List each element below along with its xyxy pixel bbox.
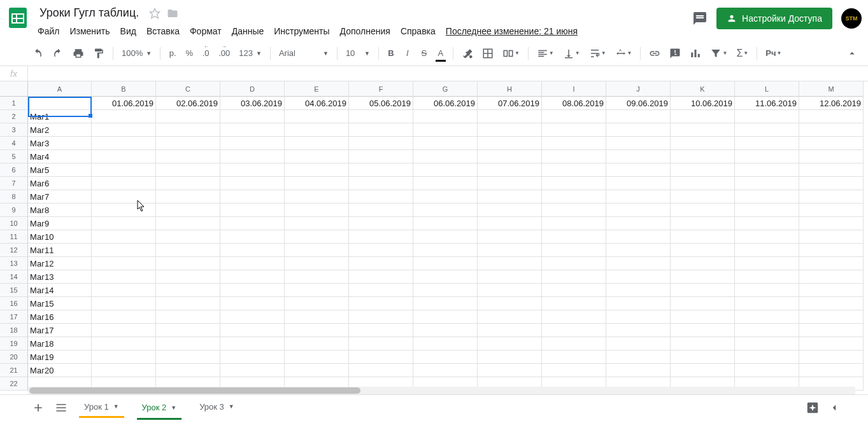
share-button[interactable]: Настройки Доступа <box>716 8 832 29</box>
cell[interactable] <box>671 270 735 284</box>
cell[interactable] <box>220 244 285 257</box>
print-icon[interactable] <box>69 45 88 62</box>
menu-tools[interactable]: Инструменты <box>269 24 334 39</box>
cell[interactable] <box>413 270 478 284</box>
cell[interactable] <box>735 297 799 310</box>
menu-insert[interactable]: Вставка <box>142 24 184 39</box>
cell[interactable] <box>156 350 220 364</box>
cell[interactable] <box>478 137 542 150</box>
cell[interactable] <box>92 137 156 150</box>
cell[interactable] <box>413 284 478 297</box>
cell[interactable] <box>349 310 413 324</box>
cell[interactable] <box>478 163 542 177</box>
column-header[interactable]: K <box>671 81 735 97</box>
cell[interactable] <box>285 190 349 204</box>
cell[interactable] <box>606 163 671 177</box>
cell[interactable] <box>735 324 799 337</box>
menu-file[interactable]: Файл <box>33 24 64 39</box>
cell[interactable] <box>799 110 864 123</box>
cell[interactable]: 10.06.2019 <box>671 97 735 110</box>
cell[interactable] <box>735 350 799 364</box>
cell[interactable] <box>349 190 413 204</box>
cell[interactable]: 06.06.2019 <box>413 97 478 110</box>
borders-button[interactable] <box>478 45 497 62</box>
cell[interactable]: Маг16 <box>28 310 92 324</box>
cell[interactable] <box>606 150 671 163</box>
cell[interactable] <box>542 244 606 257</box>
cell[interactable] <box>220 163 285 177</box>
column-header[interactable]: D <box>220 81 285 97</box>
cell[interactable] <box>542 310 606 324</box>
cell[interactable] <box>156 217 220 230</box>
row-header[interactable]: 14 <box>0 270 28 284</box>
cell[interactable] <box>156 270 220 284</box>
cell[interactable]: 09.06.2019 <box>606 97 671 110</box>
cell[interactable] <box>285 217 349 230</box>
cell[interactable] <box>735 177 799 190</box>
row-header[interactable]: 19 <box>0 337 28 350</box>
cell[interactable] <box>478 284 542 297</box>
row-header[interactable]: 13 <box>0 257 28 270</box>
cell[interactable] <box>799 364 864 377</box>
cell[interactable] <box>156 337 220 350</box>
cell[interactable] <box>413 110 478 123</box>
cell[interactable] <box>92 217 156 230</box>
cell[interactable] <box>156 230 220 244</box>
cell[interactable] <box>735 217 799 230</box>
cell[interactable] <box>542 150 606 163</box>
cell[interactable]: 08.06.2019 <box>542 97 606 110</box>
cell[interactable] <box>735 244 799 257</box>
cell[interactable] <box>671 190 735 204</box>
cell[interactable] <box>28 97 92 110</box>
cell[interactable] <box>735 310 799 324</box>
cell[interactable] <box>92 337 156 350</box>
cell[interactable] <box>478 297 542 310</box>
cell[interactable] <box>156 364 220 377</box>
cell[interactable] <box>671 230 735 244</box>
menu-data[interactable]: Данные <box>227 24 269 39</box>
row-header[interactable]: 12 <box>0 244 28 257</box>
cell[interactable] <box>606 324 671 337</box>
cell[interactable] <box>285 284 349 297</box>
cell[interactable] <box>285 150 349 163</box>
add-sheet-button[interactable] <box>28 398 48 418</box>
scrollbar-thumb[interactable] <box>29 387 360 394</box>
cell[interactable] <box>220 324 285 337</box>
menu-format[interactable]: Формат <box>185 24 226 39</box>
cell[interactable]: 01.06.2019 <box>92 97 156 110</box>
cell[interactable] <box>285 350 349 364</box>
cell[interactable] <box>606 350 671 364</box>
star-icon[interactable] <box>149 8 160 19</box>
cell[interactable] <box>285 177 349 190</box>
cell[interactable] <box>220 190 285 204</box>
cell[interactable] <box>285 364 349 377</box>
cell[interactable] <box>92 310 156 324</box>
cell[interactable]: 02.06.2019 <box>156 97 220 110</box>
column-header[interactable]: J <box>606 81 671 97</box>
account-avatar[interactable]: STM <box>841 8 862 29</box>
row-header[interactable]: 11 <box>0 230 28 244</box>
folder-icon[interactable] <box>167 8 178 19</box>
cell[interactable]: Маг14 <box>28 284 92 297</box>
zoom-select[interactable]: 100%▼ <box>118 46 155 60</box>
cell[interactable] <box>606 337 671 350</box>
cell[interactable] <box>799 350 864 364</box>
paint-format-icon[interactable] <box>89 45 108 62</box>
cell[interactable] <box>671 244 735 257</box>
row-header[interactable]: 18 <box>0 324 28 337</box>
cell[interactable] <box>606 310 671 324</box>
cell[interactable] <box>156 190 220 204</box>
row-header[interactable]: 10 <box>0 217 28 230</box>
cell[interactable] <box>285 163 349 177</box>
cell[interactable] <box>349 350 413 364</box>
cell[interactable] <box>220 204 285 217</box>
cell[interactable] <box>478 257 542 270</box>
cell[interactable] <box>542 137 606 150</box>
cell[interactable] <box>542 257 606 270</box>
cell[interactable] <box>156 177 220 190</box>
cell[interactable] <box>156 123 220 137</box>
cell[interactable] <box>92 204 156 217</box>
increase-decimal-button[interactable]: →.00 <box>215 45 234 62</box>
cell[interactable] <box>606 123 671 137</box>
cell[interactable] <box>349 217 413 230</box>
